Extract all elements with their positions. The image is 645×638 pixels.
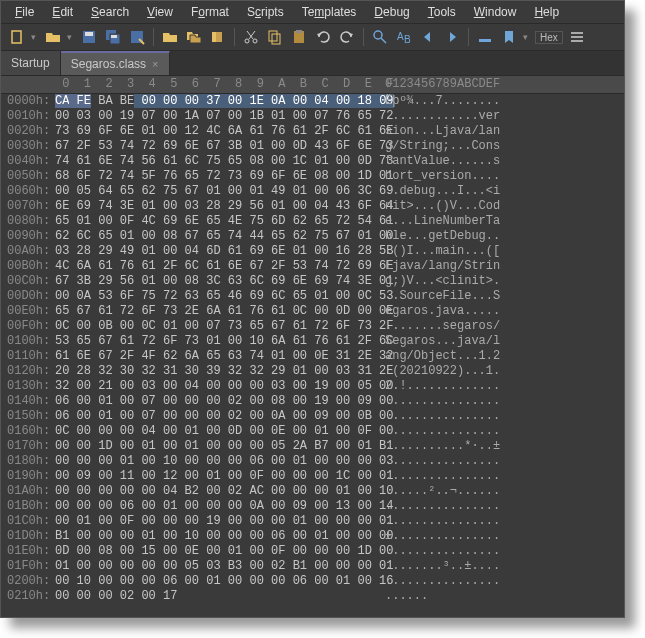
ascii-cell[interactable]: e...LineNumberTa	[385, 214, 624, 229]
find-icon[interactable]	[370, 27, 390, 47]
ascii-cell[interactable]: 2.!.............	[385, 379, 624, 394]
ascii-cell[interactable]: tantValue......s	[385, 154, 624, 169]
bytes-cell[interactable]: 06 00 01 00 07 00 00 00 02 00 08 00 19 0…	[55, 394, 375, 409]
bytes-cell[interactable]: 03 28 29 49 01 00 04 6D 61 69 6E 01 00 1…	[55, 244, 375, 259]
hex-row[interactable]: 0100h:53 65 67 61 72 6F 73 01 00 10 6A 6…	[1, 334, 624, 349]
menu-file[interactable]: File	[7, 3, 42, 21]
hex-row[interactable]: 0150h:06 00 01 00 07 00 00 00 02 00 0A 0…	[1, 409, 624, 424]
bytes-cell[interactable]: 01 00 00 00 00 00 05 03 B3 00 02 B1 00 0…	[55, 559, 375, 574]
menu-scripts[interactable]: Scripts	[239, 3, 292, 21]
menu-view[interactable]: View	[139, 3, 181, 21]
find-prev-icon[interactable]	[442, 27, 462, 47]
hex-row[interactable]: 0190h:00 09 00 11 00 12 00 01 00 0F 00 0…	[1, 469, 624, 484]
close-icon[interactable]: ×	[152, 58, 158, 70]
hex-row[interactable]: 0120h:20 28 32 30 32 31 30 39 32 32 29 0…	[1, 364, 624, 379]
bookmark-icon[interactable]	[499, 27, 519, 47]
ascii-cell[interactable]: ................	[385, 394, 624, 409]
menu-edit[interactable]: Edit	[44, 3, 81, 21]
folder-multi-icon[interactable]	[184, 27, 204, 47]
tab-segaros[interactable]: Segaros.class ×	[61, 51, 170, 75]
menu-tools[interactable]: Tools	[420, 3, 464, 21]
menu-debug[interactable]: Debug	[366, 3, 417, 21]
hex-row[interactable]: 00C0h:67 3B 29 56 01 00 08 3C 63 6C 69 6…	[1, 274, 624, 289]
bytes-cell[interactable]: CA FE BA BE 00 00 00 37 00 1E 0A 00 04 0…	[55, 94, 375, 109]
ascii-cell[interactable]: g;)V...<clinit>.	[385, 274, 624, 289]
save-all-icon[interactable]	[103, 27, 123, 47]
ascii-cell[interactable]: Ljava/lang/Strin	[385, 259, 624, 274]
ascii-cell[interactable]: .()I...main...([	[385, 244, 624, 259]
ascii-cell[interactable]: ble...getDebug..	[385, 229, 624, 244]
bytes-cell[interactable]: 68 6F 72 74 5F 76 65 72 73 69 6F 6E 08 0…	[55, 169, 375, 184]
hex-row[interactable]: 01C0h:00 01 00 0F 00 00 00 19 00 00 00 0…	[1, 514, 624, 529]
open-file-icon[interactable]	[43, 27, 63, 47]
ascii-cell[interactable]: ................	[385, 469, 624, 484]
hex-row[interactable]: 0210h:00 00 00 02 00 17......	[1, 589, 624, 604]
ascii-cell[interactable]: ...........*·..±	[385, 439, 624, 454]
bytes-cell[interactable]: 0D 00 08 00 15 00 0E 00 01 00 0F 00 00 0…	[55, 544, 375, 559]
ascii-cell[interactable]: ........³..±....	[385, 559, 624, 574]
bytes-cell[interactable]: 61 6E 67 2F 4F 62 6A 65 63 74 01 00 0E 3…	[55, 349, 375, 364]
hex-row[interactable]: 0000h:CA FE BA BE 00 00 00 37 00 1E 0A 0…	[1, 94, 624, 109]
bytes-cell[interactable]: 65 67 61 72 6F 73 2E 6A 61 76 61 0C 00 0…	[55, 304, 375, 319]
ascii-cell[interactable]: ........segaros/	[385, 319, 624, 334]
settings-icon[interactable]	[567, 27, 587, 47]
new-file-icon[interactable]	[7, 27, 27, 47]
hex-row[interactable]: 0040h:74 61 6E 74 56 61 6C 75 65 08 00 1…	[1, 154, 624, 169]
save-icon[interactable]	[79, 27, 99, 47]
bytes-cell[interactable]: 00 0A 53 6F 75 72 63 65 46 69 6C 65 01 0…	[55, 289, 375, 304]
ascii-cell[interactable]: ................	[385, 514, 624, 529]
bytes-cell[interactable]: 0C 00 00 00 04 00 01 00 0D 00 0E 00 01 0…	[55, 424, 375, 439]
save-as-icon[interactable]	[127, 27, 147, 47]
ascii-cell[interactable]: ................	[385, 499, 624, 514]
hex-row[interactable]: 01E0h:0D 00 08 00 15 00 0E 00 01 00 0F 0…	[1, 544, 624, 559]
bytes-cell[interactable]: 20 28 32 30 32 31 30 39 32 32 29 01 00 0…	[55, 364, 375, 379]
bytes-cell[interactable]: 06 00 01 00 07 00 00 00 02 00 0A 00 09 0…	[55, 409, 375, 424]
open-file-dropdown[interactable]: ▾	[67, 27, 75, 47]
menu-templates[interactable]: Templates	[294, 3, 365, 21]
hex-row[interactable]: 0110h:61 6E 67 2F 4F 62 6A 65 63 74 01 0…	[1, 349, 624, 364]
hex-row[interactable]: 01F0h:01 00 00 00 00 00 05 03 B3 00 02 B…	[1, 559, 624, 574]
hex-row[interactable]: 0080h:65 01 00 0F 4C 69 6E 65 4E 75 6D 6…	[1, 214, 624, 229]
hex-row[interactable]: 01A0h:00 00 00 00 00 04 B2 00 02 AC 00 0…	[1, 484, 624, 499]
ascii-cell[interactable]: .............ver	[385, 109, 624, 124]
hex-mode-label[interactable]: Hex	[535, 31, 563, 44]
replace-icon[interactable]: AB	[394, 27, 414, 47]
bytes-cell[interactable]: 53 65 67 61 72 6F 73 01 00 10 6A 61 76 6…	[55, 334, 375, 349]
hex-row[interactable]: 00E0h:65 67 61 72 6F 73 2E 6A 61 76 61 0…	[1, 304, 624, 319]
menu-format[interactable]: Format	[183, 3, 237, 21]
ascii-cell[interactable]: nit>...()V...Cod	[385, 199, 624, 214]
hex-row[interactable]: 0050h:68 6F 72 74 5F 76 65 72 73 69 6F 6…	[1, 169, 624, 184]
ascii-cell[interactable]: g/String;...Cons	[385, 139, 624, 154]
bytes-cell[interactable]: 00 01 00 0F 00 00 00 19 00 00 00 01 00 0…	[55, 514, 375, 529]
hex-row[interactable]: 00F0h:0C 00 0B 00 0C 01 00 07 73 65 67 6…	[1, 319, 624, 334]
ascii-cell[interactable]: (20210922)...1.	[385, 364, 624, 379]
hex-row[interactable]: 00A0h:03 28 29 49 01 00 04 6D 61 69 6E 0…	[1, 244, 624, 259]
bytes-cell[interactable]: 6E 69 74 3E 01 00 03 28 29 56 01 00 04 4…	[55, 199, 375, 214]
hex-row[interactable]: 0160h:0C 00 00 00 04 00 01 00 0D 00 0E 0…	[1, 424, 624, 439]
menu-help[interactable]: Help	[526, 3, 567, 21]
paste-icon[interactable]	[289, 27, 309, 47]
tab-startup[interactable]: Startup	[1, 51, 61, 75]
bytes-cell[interactable]: 0C 00 0B 00 0C 01 00 07 73 65 67 61 72 6…	[55, 319, 375, 334]
hex-row[interactable]: 0030h:67 2F 53 74 72 69 6E 67 3B 01 00 0…	[1, 139, 624, 154]
menu-window[interactable]: Window	[466, 3, 525, 21]
bytes-cell[interactable]: 67 2F 53 74 72 69 6E 67 3B 01 00 0D 43 6…	[55, 139, 375, 154]
bytes-cell[interactable]: 00 09 00 11 00 12 00 01 00 0F 00 00 00 1…	[55, 469, 375, 484]
ascii-cell[interactable]: Êþº¾...7........	[385, 94, 624, 109]
bytes-cell[interactable]: 32 00 21 00 03 00 04 00 00 00 03 00 19 0…	[55, 379, 375, 394]
hex-row[interactable]: 0090h:62 6C 65 01 00 08 67 65 74 44 65 6…	[1, 229, 624, 244]
cut-icon[interactable]	[241, 27, 261, 47]
bytes-cell[interactable]: 74 61 6E 74 56 61 6C 75 65 08 00 1C 01 0…	[55, 154, 375, 169]
ascii-cell[interactable]: ±...............	[385, 529, 624, 544]
ascii-cell[interactable]: ......²..¬......	[385, 484, 624, 499]
bytes-cell[interactable]: 00 03 00 19 07 00 1A 07 00 1B 01 00 07 7…	[55, 109, 375, 124]
ascii-cell[interactable]: ................	[385, 454, 624, 469]
hex-row[interactable]: 0130h:32 00 21 00 03 00 04 00 00 00 03 0…	[1, 379, 624, 394]
bytes-cell[interactable]: 00 00 1D 00 01 00 01 00 00 00 05 2A B7 0…	[55, 439, 375, 454]
hex-row[interactable]: 0180h:00 00 00 01 00 10 00 00 00 06 00 0…	[1, 454, 624, 469]
bytes-cell[interactable]: 00 00 00 02 00 17	[55, 589, 375, 604]
redo-icon[interactable]	[337, 27, 357, 47]
find-next-icon[interactable]	[418, 27, 438, 47]
hex-row[interactable]: 0140h:06 00 01 00 07 00 00 00 02 00 08 0…	[1, 394, 624, 409]
hex-body[interactable]: 0000h:CA FE BA BE 00 00 00 37 00 1E 0A 0…	[1, 94, 624, 617]
